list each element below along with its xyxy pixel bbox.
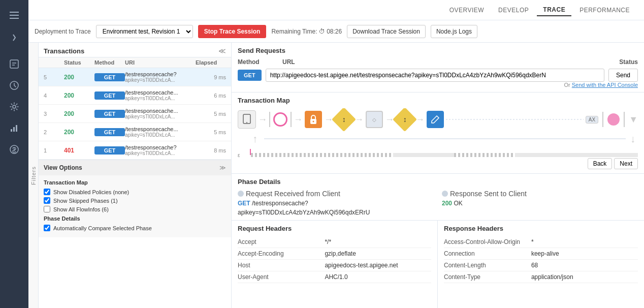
view-options-body: Transaction Map Show Disabled Policies (…	[39, 175, 231, 237]
main-content: OVERVIEW DEVELOP TRACE PERFORMANCE Deplo…	[28, 0, 644, 308]
row-elapsed: 6 ms	[196, 93, 226, 99]
table-row: User-Agent AHC/1.0	[238, 271, 431, 283]
phase-right-header: Response Sent to Client	[442, 190, 638, 198]
row-elapsed: 9 ms	[196, 74, 226, 80]
phase-left-uri2: apikey=sTl0DDxLcA4zbYzAh9wKQi596qdxERrU	[238, 209, 434, 216]
next-button[interactable]: Next	[614, 158, 638, 169]
header-value: 68	[531, 260, 638, 271]
nav-develop[interactable]: DEVELOP	[492, 5, 535, 16]
gray-diamond-icon: ◇	[366, 111, 383, 128]
sidebar-icon-menu[interactable]	[4, 5, 24, 25]
auto-compare-row: Automatically Compare Selected Phase	[44, 225, 226, 231]
send-requests-title: Send Requests	[238, 47, 638, 54]
col-method: Method	[94, 59, 125, 66]
row-num: 1	[44, 147, 64, 153]
auto-compare-label: Automatically Compare Selected Phase	[53, 225, 152, 231]
nav-trace[interactable]: TRACE	[537, 4, 571, 16]
svg-rect-2	[10, 18, 19, 19]
flow-separator-3	[602, 112, 603, 127]
row-method-button[interactable]: GET	[94, 128, 125, 136]
show-all-flowinfos-checkbox[interactable]	[44, 206, 50, 212]
send-button[interactable]: Send	[608, 69, 638, 82]
toolbar: Deployment to Trace Environment test, Re…	[28, 20, 644, 43]
flow-arrow-2: →	[294, 114, 303, 125]
yellow-diamond-icon: ↕	[332, 108, 356, 132]
or-send-row: Or Send with the API Console	[238, 82, 638, 88]
sidebar-icon-expand[interactable]	[4, 27, 24, 48]
show-skipped-checkbox[interactable]	[44, 197, 50, 204]
right-panel-inner: Send Requests Method URL Status GET Send…	[232, 43, 644, 308]
env-select[interactable]: Environment test, Revision 1	[96, 25, 193, 38]
header-name: Connection	[444, 248, 531, 260]
chevron-down-icon: ≫	[219, 164, 226, 171]
row-uri: /testresponsecache... apikey=sTl0DDxLcA.…	[125, 126, 196, 138]
table-row: Connection keep-alive	[444, 248, 638, 260]
send-api-console-link[interactable]: Send with the API Console	[572, 82, 638, 88]
row-uri: /testresponsecache? apikey=sTl0DDxLcA...	[125, 144, 196, 156]
header-name: Access-Control-Allow-Origin	[444, 236, 531, 248]
timeline-segment-2	[393, 153, 454, 157]
method-column-label: Method	[238, 58, 278, 66]
show-disabled-row: Show Disabled Policies (none)	[44, 189, 226, 195]
col-empty	[44, 59, 64, 66]
table-row: Host apigeedocs-test.apigee.net	[238, 260, 431, 271]
nav-performance[interactable]: PERFORMANCE	[573, 5, 636, 16]
show-disabled-label: Show Disabled Policies (none)	[53, 189, 129, 195]
download-trace-button[interactable]: Download Trace Session	[347, 25, 426, 38]
col-elapsed: Elapsed	[196, 59, 226, 66]
header-name: Accept-Encoding	[238, 248, 325, 260]
auto-compare-checkbox[interactable]	[44, 225, 50, 231]
sidebar-icon-monetize[interactable]	[4, 139, 24, 160]
sidebar-icon-trace[interactable]	[4, 75, 24, 96]
phase-left: Request Received from Client GET /testre…	[238, 190, 434, 216]
table-row[interactable]: 5 200 GET /testresponsecache? apikey=sTl…	[39, 68, 231, 86]
table-row[interactable]: 4 200 GET /testresponsecache... apikey=s…	[39, 86, 231, 105]
nav-overview[interactable]: OVERVIEW	[443, 5, 490, 16]
table-row[interactable]: 2 200 GET /testresponsecache... apikey=s…	[39, 123, 231, 141]
stop-trace-button[interactable]: Stop Trace Session	[198, 25, 267, 38]
row-method-button[interactable]: GET	[94, 73, 125, 81]
response-headers-panel: Response Headers Access-Control-Allow-Or…	[438, 221, 644, 308]
show-disabled-checkbox[interactable]	[44, 189, 50, 195]
send-requests-section: Send Requests Method URL Status GET Send…	[232, 43, 644, 93]
transaction-map-section-label: Transaction Map	[44, 179, 226, 186]
back-button[interactable]: Back	[588, 158, 613, 169]
sidebar-icon-api[interactable]	[4, 54, 24, 74]
row-method-button[interactable]: GET	[94, 146, 125, 155]
phase-dot-left	[238, 191, 244, 197]
method-get-button[interactable]: GET	[238, 70, 262, 81]
transaction-map-title: Transaction Map	[238, 97, 638, 104]
show-all-flowinfos-row: Show All FlowInfos (6)	[44, 206, 226, 212]
filters-bar: Filters	[28, 43, 39, 308]
show-skipped-row: Show Skipped Phases (1)	[44, 197, 226, 204]
header-name: Host	[238, 260, 325, 271]
row-num: 3	[44, 111, 64, 117]
row-uri: /testresponsecache? apikey=sTl0DDxLcA...	[125, 71, 196, 83]
row-method-button[interactable]: GET	[94, 91, 125, 100]
response-headers-title: Response Headers	[444, 225, 638, 232]
svg-rect-7	[13, 127, 15, 132]
nav-buttons: Back Next	[588, 158, 638, 169]
table-row: Accept */*	[238, 236, 431, 248]
phase-left-uri: GET /testresponsecache?	[238, 200, 434, 207]
header-name: User-Agent	[238, 271, 325, 283]
sidebar-icon-analytics[interactable]	[4, 118, 24, 138]
transactions-title: Transactions	[44, 47, 84, 55]
phase-left-header: Request Received from Client	[238, 190, 434, 198]
collapse-button[interactable]: ≪	[218, 47, 226, 55]
row-method-button[interactable]: GET	[94, 110, 125, 118]
table-row: Content-Length 68	[444, 260, 638, 271]
row-status: 200	[64, 110, 94, 117]
header-value: apigeedocs-test.apigee.net	[325, 260, 431, 271]
url-input[interactable]	[266, 69, 604, 82]
sidebar-icon-settings[interactable]	[4, 97, 24, 117]
table-row[interactable]: 3 200 GET /testresponsecache... apikey=s…	[39, 105, 231, 123]
table-row: Content-Type application/json	[444, 271, 638, 283]
view-options-header[interactable]: View Options ≫	[39, 160, 231, 175]
flow-separator-2	[291, 112, 292, 127]
table-row[interactable]: 1 401 GET /testresponsecache? apikey=sTl…	[39, 141, 231, 160]
url-header-row: Method URL Status	[238, 58, 638, 66]
status-column-label: Status	[619, 58, 638, 66]
nodejs-logs-button[interactable]: Node.js Logs	[431, 25, 477, 38]
headers-section: Request Headers Accept */* Accept-Encodi…	[232, 221, 644, 308]
